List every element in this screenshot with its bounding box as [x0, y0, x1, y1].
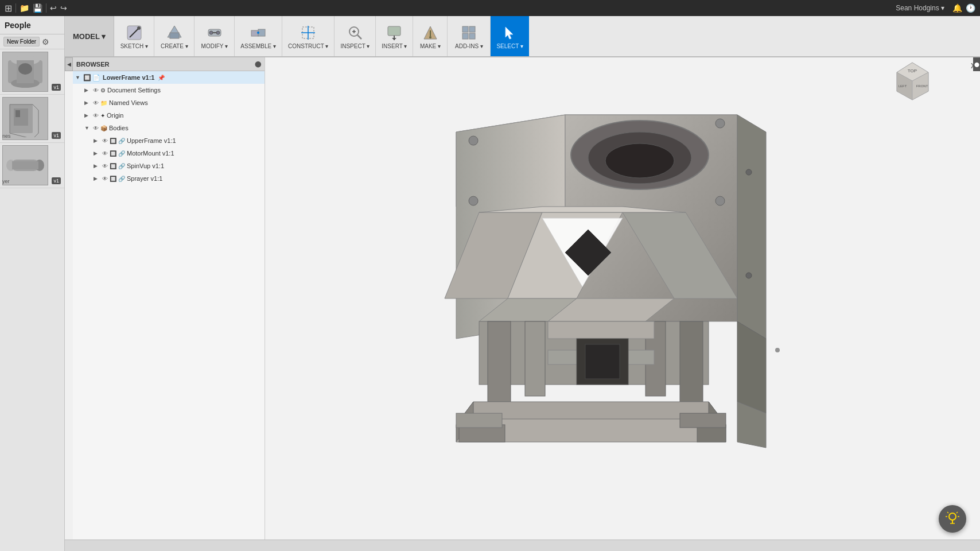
- thumbnail-item-2[interactable]: v1 nes: [0, 95, 64, 143]
- inspect-icon: [346, 24, 364, 42]
- tree-icon-doc: ⚙: [100, 87, 106, 94]
- create-icon: [165, 24, 184, 42]
- settings-icon[interactable]: ⚙: [42, 37, 49, 46]
- view-cube[interactable]: TOP LEFT FRONT: [891, 60, 934, 103]
- svg-rect-22: [251, 30, 258, 36]
- svg-point-4: [18, 63, 32, 75]
- expand-arrow-bodies[interactable]: ▼: [84, 125, 91, 131]
- main-viewport[interactable]: TOP LEFT FRONT X: [265, 57, 980, 540]
- ribbon-group-modify[interactable]: MODIFY ▾: [195, 16, 235, 56]
- construct-label: CONSTRUCT ▾: [288, 43, 328, 49]
- timeline-marker[interactable]: ⬤: [973, 57, 980, 71]
- svg-point-25: [257, 32, 259, 34]
- save-icon[interactable]: 💾: [33, 3, 42, 13]
- tree-item-sprayer[interactable]: ▶ 👁 🔲 🔗 Sprayer v1:1: [73, 172, 265, 185]
- body-icon-sp: 🔲: [110, 176, 116, 182]
- tree-icon-nv: 📁: [100, 100, 107, 106]
- tree-item-spin-vup[interactable]: ▶ 👁 🔲 🔗 SpinVup v1:1: [73, 160, 265, 172]
- tree-active-icon: 📄: [92, 74, 100, 82]
- eye-icon-mm[interactable]: 👁: [102, 150, 108, 157]
- ribbon-group-create[interactable]: CREATE ▾: [154, 16, 195, 56]
- body-icon-uf: 🔲: [110, 138, 116, 144]
- eye-icon-sv[interactable]: 👁: [102, 163, 108, 169]
- tree-item-motor-mount[interactable]: ▶ 👁 🔲 🔗 MotorMount v1:1: [73, 147, 265, 160]
- link-icon-mm: 🔗: [118, 150, 125, 157]
- status-bar: [0, 540, 980, 551]
- tree-doc-settings-label: Document Settings: [107, 87, 161, 94]
- sketch-icon: [125, 24, 143, 42]
- make-icon: [421, 24, 440, 42]
- ribbon-group-make[interactable]: MAKE ▾: [413, 16, 448, 56]
- new-folder-button[interactable]: New Folder: [3, 37, 40, 46]
- svg-rect-78: [680, 413, 726, 428]
- eye-icon-bodies[interactable]: 👁: [93, 125, 99, 131]
- expand-arrow-sv[interactable]: ▶: [94, 163, 100, 169]
- notifications-icon[interactable]: 🔔: [952, 3, 962, 13]
- tree-expand-root[interactable]: ▼: [75, 75, 82, 80]
- separator2: [46, 3, 46, 13]
- assemble-icon: [249, 24, 267, 42]
- expand-arrow-nv[interactable]: ▶: [84, 100, 91, 106]
- ribbon-group-insert[interactable]: INSERT ▾: [376, 16, 413, 56]
- tree-item-doc-settings[interactable]: ▶ 👁 ⚙ Document Settings: [73, 84, 265, 96]
- eye-icon-doc[interactable]: 👁: [93, 87, 99, 94]
- thumbnail-img-1: [2, 52, 48, 92]
- select-label: SELECT ▾: [496, 43, 523, 49]
- tree-mm-label: MotorMount v1:1: [127, 150, 174, 157]
- ribbon-toolbar: MODEL ▾ SKETCH ▾ CREATE ▾: [65, 16, 980, 57]
- expand-arrow-origin[interactable]: ▶: [84, 112, 91, 118]
- ribbon-group-sketch[interactable]: SKETCH ▾: [114, 16, 154, 56]
- ribbon-group-inspect[interactable]: INSPECT ▾: [335, 16, 376, 56]
- eye-icon-sp[interactable]: 👁: [102, 176, 108, 182]
- model-dropdown[interactable]: MODEL ▾: [65, 16, 114, 56]
- svg-rect-63: [488, 321, 511, 402]
- expand-arrow-sp[interactable]: ▶: [94, 176, 100, 181]
- grid-icon[interactable]: ⊞: [5, 3, 12, 14]
- clock-icon[interactable]: 🕐: [966, 3, 975, 13]
- tree-item-bodies[interactable]: ▼ 👁 📦 Bodies: [73, 122, 265, 134]
- redo-icon[interactable]: ↪: [60, 3, 67, 13]
- eye-icon-origin[interactable]: 👁: [93, 112, 99, 119]
- thumbnail-label-3: v1: [52, 177, 61, 184]
- browser-expand-btn[interactable]: ⬤: [255, 61, 261, 67]
- svg-rect-70: [585, 344, 620, 379]
- tree-icon-origin: ✦: [100, 112, 105, 119]
- svg-marker-35: [392, 38, 396, 40]
- tree-item-upper-frame[interactable]: ▶ 👁 🔲 🔗 UpperFrame v1:1: [73, 134, 265, 147]
- folder-icon[interactable]: 📁: [20, 3, 29, 13]
- undo-icon[interactable]: ↩: [50, 3, 57, 13]
- tree-bodies-label: Bodies: [109, 125, 129, 131]
- eye-icon-uf[interactable]: 👁: [102, 138, 108, 144]
- user-info[interactable]: Sean Hodgins ▾: [896, 4, 944, 12]
- browser-panel: BROWSER ⬤ ▼ 🔲 📄 LowerFrame v1:1 📌 ▶ 👁 ⚙ …: [73, 57, 265, 540]
- people-header: People: [0, 16, 64, 34]
- expand-arrow-mm[interactable]: ▶: [94, 150, 100, 156]
- ribbon-group-select[interactable]: SELECT ▾: [491, 16, 529, 56]
- svg-point-50: [469, 136, 478, 145]
- expand-arrow-doc[interactable]: ▶: [84, 87, 91, 93]
- svg-rect-66: [680, 321, 703, 402]
- thumbnail-label-1: v1: [52, 84, 61, 91]
- tree-item-root[interactable]: ▼ 🔲 📄 LowerFrame v1:1 📌: [73, 71, 265, 84]
- ribbon-group-addins[interactable]: ADD-INS ▾: [448, 16, 491, 56]
- insight-button[interactable]: [939, 505, 966, 533]
- svg-rect-77: [456, 413, 502, 428]
- expand-arrow-uf[interactable]: ▶: [94, 138, 100, 143]
- svg-rect-17: [170, 33, 179, 38]
- svg-marker-79: [737, 115, 766, 339]
- tree-uf-label: UpperFrame v1:1: [127, 137, 176, 144]
- ribbon-group-assemble[interactable]: ASSEMBLE ▾: [235, 16, 282, 56]
- tree-item-named-views[interactable]: ▶ 👁 📁 Named Views: [73, 96, 265, 109]
- thumbnail-name-3: yer: [2, 179, 10, 184]
- eye-icon-nv[interactable]: 👁: [93, 100, 99, 106]
- addins-icon: [460, 24, 478, 42]
- ribbon-group-construct[interactable]: CONSTRUCT ▾: [282, 16, 335, 56]
- thumbnail-item-3[interactable]: v1 yer: [0, 143, 64, 188]
- thumbnail-item-1[interactable]: v1: [0, 49, 64, 95]
- tree-item-origin[interactable]: ▶ 👁 ✦ Origin: [73, 109, 265, 122]
- tree-icon-root: 🔲: [83, 74, 91, 82]
- svg-text:TOP: TOP: [908, 68, 917, 73]
- tree-pin-icon[interactable]: 📌: [158, 75, 165, 81]
- insert-icon: [385, 24, 403, 42]
- browser-collapse-btn[interactable]: ◀: [65, 57, 73, 71]
